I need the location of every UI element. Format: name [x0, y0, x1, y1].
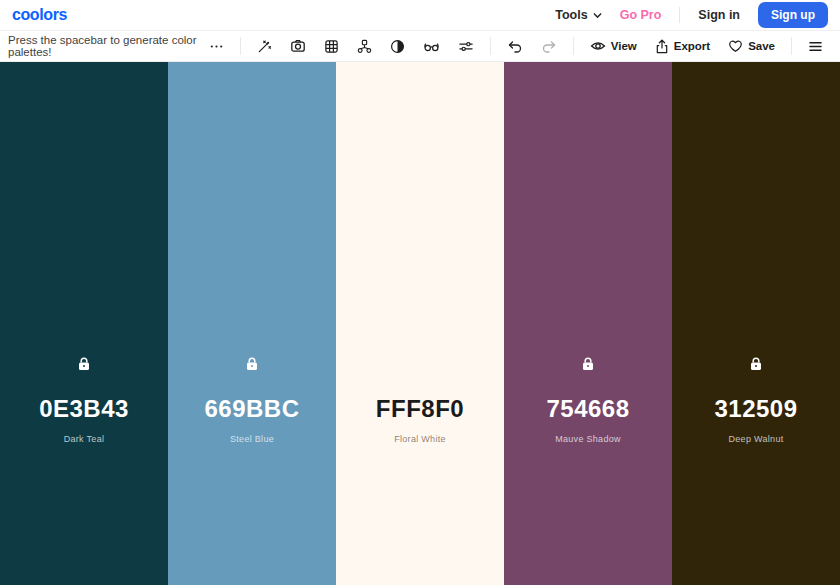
undo-button[interactable]: [500, 35, 530, 57]
lock-icon: [582, 357, 594, 371]
redo-icon: [541, 39, 557, 53]
chevron-down-icon: [593, 11, 602, 20]
camera-button[interactable]: [283, 34, 313, 58]
grid-icon: [324, 39, 339, 54]
color-column-1[interactable]: 0E3B43 Dark Teal: [0, 62, 168, 585]
generate-method-button[interactable]: [250, 35, 279, 58]
view-label: View: [611, 40, 637, 52]
ellipsis-icon: [209, 39, 224, 54]
glasses-icon: [423, 39, 440, 54]
camera-icon: [290, 38, 306, 54]
sign-in-link[interactable]: Sign in: [698, 8, 740, 22]
toolbar-divider: [240, 37, 241, 55]
hamburger-icon: [808, 40, 823, 53]
sign-up-button[interactable]: Sign up: [758, 2, 828, 28]
contrast-icon: [390, 39, 405, 54]
eye-icon: [590, 39, 606, 53]
menu-button[interactable]: [801, 36, 830, 57]
palette-toolbar: Press the spacebar to generate color pal…: [0, 31, 840, 62]
export-button[interactable]: Export: [648, 35, 717, 58]
hex-code[interactable]: 669BBC: [204, 395, 299, 423]
visualizer-button[interactable]: [350, 35, 379, 58]
palette-area: 0E3B43 Dark Teal 669BBC Steel Blue FFF8F…: [0, 62, 840, 585]
header-nav: Tools Go Pro Sign in Sign up: [555, 2, 828, 28]
redo-button[interactable]: [534, 35, 564, 57]
toolbar-divider: [490, 37, 491, 55]
lock-button[interactable]: [78, 357, 90, 371]
lock-button[interactable]: [582, 357, 594, 371]
export-icon: [655, 39, 669, 54]
export-label: Export: [674, 40, 710, 52]
lock-button[interactable]: [750, 357, 762, 371]
tools-menu[interactable]: Tools: [555, 8, 601, 22]
go-pro-link[interactable]: Go Pro: [620, 8, 662, 22]
hex-code[interactable]: FFF8F0: [376, 395, 464, 423]
contrast-checker-button[interactable]: [383, 35, 412, 58]
tools-label: Tools: [555, 8, 587, 22]
magic-wand-icon: [257, 39, 272, 54]
header-divider: [679, 7, 680, 23]
color-column-5[interactable]: 312509 Deep Walnut: [672, 62, 840, 585]
adjust-palette-button[interactable]: [451, 35, 481, 58]
lock-icon: [750, 357, 762, 371]
save-label: Save: [748, 40, 775, 52]
color-column-2[interactable]: 669BBC Steel Blue: [168, 62, 336, 585]
hex-code[interactable]: 312509: [714, 395, 797, 423]
lock-icon: [246, 357, 258, 371]
color-name[interactable]: Deep Walnut: [729, 434, 784, 444]
hex-code[interactable]: 754668: [546, 395, 629, 423]
toolbar-divider: [573, 37, 574, 55]
sliders-icon: [458, 39, 474, 54]
color-column-4[interactable]: 754668 Mauve Shadow: [504, 62, 672, 585]
more-options-button[interactable]: [202, 35, 231, 58]
lock-button[interactable]: [246, 357, 258, 371]
color-blindness-button[interactable]: [416, 35, 447, 58]
coolors-logo[interactable]: coolors: [12, 6, 67, 24]
top-header: coolors Tools Go Pro Sign in Sign up: [0, 0, 840, 31]
color-name[interactable]: Dark Teal: [64, 434, 105, 444]
spacebar-hint: Press the spacebar to generate color pal…: [8, 34, 202, 58]
color-column-3[interactable]: FFF8F0 Floral White: [336, 62, 504, 585]
toolbar-divider: [791, 37, 792, 55]
lock-icon: [78, 357, 90, 371]
color-name[interactable]: Floral White: [394, 434, 446, 444]
color-name[interactable]: Steel Blue: [230, 434, 274, 444]
visualizer-nodes-icon: [357, 39, 372, 54]
toolbar-actions: View Export Save: [202, 34, 830, 58]
view-button[interactable]: View: [583, 35, 644, 57]
color-name[interactable]: Mauve Shadow: [555, 434, 621, 444]
undo-icon: [507, 39, 523, 53]
heart-icon: [728, 39, 743, 53]
hex-code[interactable]: 0E3B43: [39, 395, 129, 423]
palette-grid-button[interactable]: [317, 35, 346, 58]
save-button[interactable]: Save: [721, 35, 782, 57]
